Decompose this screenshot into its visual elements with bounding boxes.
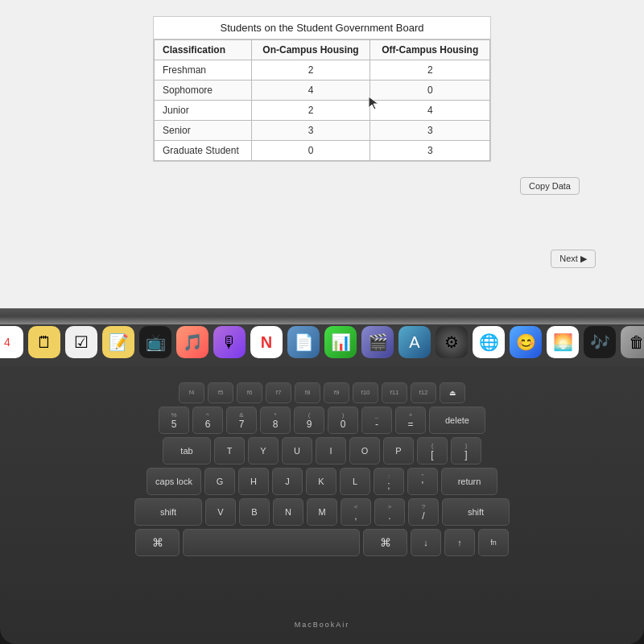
dock-icon-numbers[interactable]: 📊 bbox=[324, 326, 357, 358]
data-table: Classification On-Campus Housing Off-Cam… bbox=[154, 39, 490, 161]
key-y[interactable]: Y bbox=[248, 437, 279, 464]
cell-off-campus: 3 bbox=[370, 121, 490, 141]
dock-icon-system-prefs[interactable]: ⚙ bbox=[436, 326, 468, 358]
key-8[interactable]: *8 bbox=[260, 407, 291, 434]
key-k[interactable]: K bbox=[306, 468, 336, 495]
key-arrow-up[interactable]: ↑ bbox=[444, 529, 475, 556]
key-power[interactable]: ⏏ bbox=[440, 382, 465, 403]
key-bracket-open[interactable]: {[ bbox=[417, 437, 448, 464]
key-minus[interactable]: _- bbox=[361, 407, 392, 434]
key-f18[interactable]: f9 bbox=[324, 382, 349, 403]
dock: 4🗒☑📝📺🎵🎙N📄📊🎬A⚙🌐😊🌅🎶🗑 bbox=[0, 318, 644, 366]
table-row: Sophomore 4 0 bbox=[155, 80, 490, 101]
key-f15[interactable]: f6 bbox=[237, 382, 262, 403]
key-n[interactable]: N bbox=[273, 498, 303, 526]
qwerty-row: tab T Y U I O P {[ }] bbox=[20, 437, 624, 464]
laptop-screen: Students on the Student Government Board… bbox=[0, 0, 644, 314]
key-f19[interactable]: f10 bbox=[353, 382, 378, 403]
dock-icon-photos[interactable]: 🌅 bbox=[547, 326, 579, 358]
key-comma[interactable]: <, bbox=[341, 498, 371, 526]
key-i[interactable]: I bbox=[316, 437, 346, 464]
dock-icon-pages[interactable]: 📄 bbox=[287, 326, 320, 358]
cell-classification: Freshman bbox=[155, 60, 252, 80]
key-m[interactable]: M bbox=[307, 498, 337, 526]
dock-icon-stickies[interactable]: 🗒 bbox=[28, 326, 60, 358]
dock-icon-finder[interactable]: 😊 bbox=[510, 326, 542, 358]
number-key-row: %5 ^6 &7 *8 (9 )0 _- += delete bbox=[20, 407, 624, 434]
cell-on-campus: 3 bbox=[251, 121, 370, 141]
dock-icon-reminders[interactable]: ☑ bbox=[65, 326, 97, 358]
key-f14[interactable]: f5 bbox=[208, 382, 233, 403]
key-f17[interactable]: f8 bbox=[295, 382, 320, 403]
key-quote[interactable]: "' bbox=[407, 468, 438, 495]
copy-data-button[interactable]: Copy Data bbox=[520, 177, 580, 195]
dock-icon-app-store[interactable]: A bbox=[398, 326, 431, 358]
key-delete[interactable]: delete bbox=[429, 407, 485, 434]
cell-classification: Senior bbox=[155, 121, 252, 141]
key-f21[interactable]: f12 bbox=[411, 382, 436, 403]
dock-icon-music[interactable]: 🎵 bbox=[176, 326, 208, 358]
macbook-label: MacBookAir bbox=[295, 621, 350, 629]
key-0[interactable]: )0 bbox=[328, 407, 358, 434]
key-period[interactable]: >. bbox=[374, 498, 405, 526]
key-f13[interactable]: f4 bbox=[179, 382, 204, 403]
key-f20[interactable]: f11 bbox=[382, 382, 407, 403]
key-b[interactable]: B bbox=[239, 498, 270, 526]
dock-icon-keynote[interactable]: 🎬 bbox=[361, 326, 394, 358]
key-fn[interactable]: fn bbox=[478, 529, 509, 556]
table-row: Junior 2 4 bbox=[155, 101, 490, 121]
dock-icon-news[interactable]: N bbox=[250, 326, 283, 358]
key-6[interactable]: ^6 bbox=[192, 407, 223, 434]
laptop-hinge: MacBookAir bbox=[0, 308, 644, 324]
key-u[interactable]: U bbox=[282, 437, 312, 464]
key-g[interactable]: G bbox=[204, 468, 235, 495]
dock-icon-chrome[interactable]: 🌐 bbox=[473, 326, 505, 358]
key-semicolon[interactable]: :; bbox=[374, 468, 404, 495]
key-arrow-down[interactable]: ↓ bbox=[411, 529, 441, 556]
table-row: Senior 3 3 bbox=[155, 121, 490, 141]
dock-icon-calendar[interactable]: 4 bbox=[0, 326, 23, 358]
key-cmd-right[interactable]: ⌘ bbox=[363, 529, 407, 556]
screen-content: Students on the Student Government Board… bbox=[0, 0, 644, 309]
bottom-key-row: ⌘ ⌘ ↓ ↑ fn bbox=[20, 529, 624, 556]
key-shift-left[interactable]: shift bbox=[134, 498, 202, 526]
cell-off-campus: 3 bbox=[370, 141, 490, 161]
col-header-classification: Classification bbox=[155, 40, 252, 60]
key-o[interactable]: O bbox=[349, 437, 380, 464]
dock-icon-podcasts[interactable]: 🎙 bbox=[213, 326, 246, 358]
key-bracket-close[interactable]: }] bbox=[451, 437, 481, 464]
dock-icon-notes[interactable]: 📝 bbox=[102, 326, 134, 358]
dock-icon-music2[interactable]: 🎶 bbox=[584, 326, 616, 358]
key-return[interactable]: return bbox=[441, 468, 497, 495]
key-9[interactable]: (9 bbox=[294, 407, 324, 434]
key-slash[interactable]: ?/ bbox=[408, 498, 439, 526]
cell-on-campus: 2 bbox=[251, 101, 370, 121]
key-shift-right[interactable]: shift bbox=[442, 498, 510, 526]
dock-icon-trash[interactable]: 🗑 bbox=[621, 326, 644, 358]
key-j[interactable]: J bbox=[272, 468, 303, 495]
key-space[interactable] bbox=[183, 529, 360, 556]
key-5[interactable]: %5 bbox=[159, 407, 189, 434]
key-t[interactable]: T bbox=[214, 437, 245, 464]
table-header-row: Classification On-Campus Housing Off-Cam… bbox=[155, 40, 490, 60]
key-l[interactable]: L bbox=[340, 468, 370, 495]
asdf-row: caps lock G H J K L :; "' return bbox=[20, 468, 624, 495]
cell-on-campus: 2 bbox=[251, 60, 370, 80]
next-button[interactable]: Next ▶ bbox=[551, 250, 596, 268]
key-tab[interactable]: tab bbox=[163, 437, 211, 464]
key-v[interactable]: V bbox=[205, 498, 236, 526]
cell-classification: Sophomore bbox=[155, 80, 252, 101]
key-caps-lock[interactable]: caps lock bbox=[147, 468, 201, 495]
table-row: Graduate Student 0 3 bbox=[155, 141, 490, 161]
key-h[interactable]: H bbox=[238, 468, 269, 495]
key-cmd-left[interactable]: ⌘ bbox=[135, 529, 180, 556]
col-header-off-campus: Off-Campus Housing bbox=[370, 40, 490, 60]
key-p[interactable]: P bbox=[383, 437, 414, 464]
key-7[interactable]: &7 bbox=[226, 407, 257, 434]
fn-key-row: f4 f5 f6 f7 f8 f9 f10 f11 f12 ⏏ bbox=[20, 382, 624, 403]
key-f16[interactable]: f7 bbox=[266, 382, 291, 403]
table-container: Students on the Student Government Board… bbox=[153, 16, 491, 162]
key-equals[interactable]: += bbox=[395, 407, 426, 434]
dock-icon-apple-tv[interactable]: 📺 bbox=[139, 326, 171, 358]
col-header-on-campus: On-Campus Housing bbox=[251, 40, 370, 60]
